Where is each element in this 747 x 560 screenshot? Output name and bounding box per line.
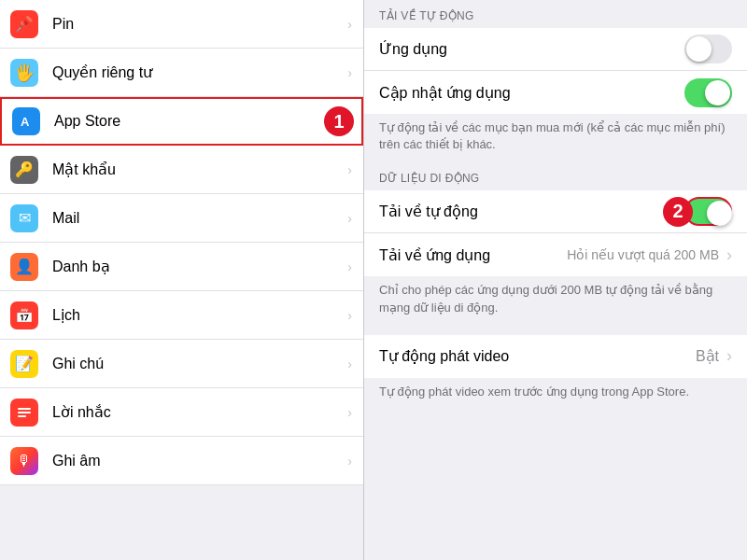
appstore-icon-wrapper: A (2, 107, 50, 135)
app-size-item[interactable]: Tải về ứng dụng Hỏi nếu vượt quá 200 MB … (364, 233, 747, 276)
sidebar-item-password[interactable]: 🔑 Mật khẩu › (0, 146, 363, 194)
sidebar-item-pin[interactable]: 📌 Pin › (0, 0, 363, 49)
contacts-icon: 👤 (10, 253, 38, 281)
sidebar-item-label: Ghi chú (52, 356, 344, 372)
settings-right-panel: TẢI VỀ TỰ ĐỘNG Ứng dụng Cập nhật ứng dụn… (364, 0, 747, 560)
apps-label: Ứng dụng (379, 29, 684, 69)
sidebar-item-privacy[interactable]: 🖐 Quyền riêng tư › (0, 49, 363, 97)
appstore-icon: A (12, 107, 40, 135)
mail-icon-wrapper: ✉ (0, 204, 49, 232)
voice-icon-wrapper: 🎙 (0, 447, 49, 475)
pin-icon-wrapper: 📌 (0, 10, 49, 38)
chevron-icon: › (347, 308, 352, 323)
settings-list: 📌 Pin › 🖐 Quyền riêng tư › A (0, 0, 363, 485)
reminders-icon-wrapper (0, 399, 49, 427)
toggle-knob (686, 36, 712, 62)
password-icon: 🔑 (10, 156, 38, 184)
chevron-icon: › (347, 259, 352, 274)
pin-icon: 📌 (10, 10, 38, 38)
sidebar-item-label: Lời nhắc (52, 403, 344, 421)
app-updates-toggle[interactable] (684, 78, 732, 107)
apps-toggle[interactable] (684, 35, 732, 63)
toggle-knob (707, 201, 732, 226)
spacer (364, 326, 747, 335)
section2-header: DỮ LIỆU DI ĐỘNG (364, 162, 747, 190)
sidebar-item-voice[interactable]: 🎙 Ghi âm › (0, 437, 363, 485)
chevron-icon: › (347, 405, 352, 420)
sidebar-item-label: Ghi âm (52, 453, 344, 469)
sidebar-item-label: Lịch (52, 306, 344, 324)
privacy-icon: 🖐 (10, 59, 38, 87)
apps-item: Ứng dụng (364, 28, 747, 71)
sidebar-item-calendar[interactable]: 📅 Lịch › (0, 291, 363, 340)
app-size-label: Tải về ứng dụng (379, 235, 567, 275)
calendar-icon: 📅 (10, 301, 38, 329)
auto-download-item: Tải về tự động 2 (364, 190, 747, 233)
step-badge-2: 2 (663, 197, 693, 227)
chevron-icon: › (347, 162, 352, 177)
contacts-icon-wrapper: 👤 (0, 253, 49, 281)
section1-note: Tự động tải về các mục bạn mua mới (kể c… (364, 114, 747, 162)
svg-rect-2 (18, 412, 31, 413)
privacy-icon-wrapper: 🖐 (0, 59, 49, 87)
settings-left-panel: 📌 Pin › 🖐 Quyền riêng tư › A (0, 0, 364, 560)
auto-download-label: Tải về tự động (379, 191, 684, 231)
password-icon-wrapper: 🔑 (0, 156, 49, 184)
chevron-icon: › (347, 211, 352, 226)
mail-icon: ✉ (10, 204, 38, 232)
sidebar-item-appstore[interactable]: A App Store › 1 (0, 97, 363, 146)
section3-group: Tự động phát video Bật › (364, 335, 747, 378)
svg-rect-3 (18, 415, 26, 417)
notes-icon-wrapper: 📝 (0, 350, 49, 378)
chevron-icon: › (347, 17, 352, 32)
autoplay-video-label: Tự động phát video (379, 336, 696, 376)
step-badge-1: 1 (324, 106, 354, 136)
chevron-icon: › (347, 65, 352, 80)
autoplay-video-item[interactable]: Tự động phát video Bật › (364, 335, 747, 378)
app-updates-label: Cập nhật ứng dụng (379, 73, 684, 113)
sidebar-item-label: Danh bạ (52, 258, 344, 275)
sidebar-item-mail[interactable]: ✉ Mail › (0, 194, 363, 243)
svg-rect-1 (18, 408, 31, 410)
chevron-icon: › (347, 357, 352, 371)
section2-group: Tải về tự động 2 Tải về ứng dụng Hỏi nếu… (364, 190, 747, 276)
calendar-icon-wrapper: 📅 (0, 301, 49, 329)
sidebar-item-notes[interactable]: 📝 Ghi chú › (0, 340, 363, 388)
section2-note: Chỉ cho phép các ứng dụng dưới 200 MB tự… (364, 276, 747, 325)
chevron-icon: › (347, 454, 352, 469)
sidebar-item-label: App Store (54, 113, 342, 130)
sidebar-item-reminders[interactable]: Lời nhắc › (0, 388, 363, 437)
sidebar-item-label: Mật khẩu (52, 161, 344, 178)
chevron-icon: › (726, 346, 732, 366)
notes-icon: 📝 (10, 350, 38, 378)
chevron-icon: › (726, 245, 732, 265)
sidebar-item-label: Mail (52, 210, 344, 227)
toggle-knob (705, 80, 730, 105)
sidebar-item-contacts[interactable]: 👤 Danh bạ › (0, 243, 363, 291)
svg-text:A: A (21, 115, 30, 129)
sidebar-item-label: Quyền riêng tư (52, 63, 344, 81)
autoplay-video-value: Bật (696, 347, 719, 365)
section3-note: Tự động phát video xem trước ứng dụng tr… (364, 378, 747, 410)
app-size-value: Hỏi nếu vượt quá 200 MB (567, 247, 719, 262)
app-updates-item: Cập nhật ứng dụng (364, 71, 747, 114)
sidebar-item-label: Pin (52, 16, 344, 33)
reminders-icon (10, 399, 38, 427)
section1-group: Ứng dụng Cập nhật ứng dụng (364, 28, 747, 114)
voice-icon: 🎙 (10, 447, 38, 475)
section1-header: TẢI VỀ TỰ ĐỘNG (364, 0, 747, 28)
